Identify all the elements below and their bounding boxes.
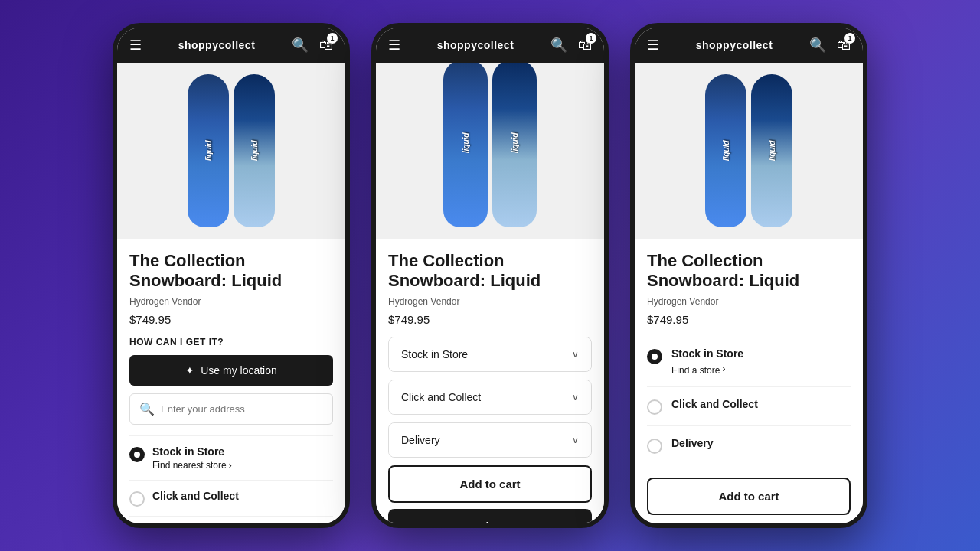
- product-image-mid: liquid liquid: [376, 63, 604, 239]
- search-icon-right[interactable]: 🔍: [809, 37, 826, 54]
- board-2-mid: liquid: [492, 63, 537, 227]
- option-delivery-right: Delivery: [647, 426, 851, 465]
- cart-badge-right: 1: [844, 33, 855, 44]
- radio-collect-right[interactable]: [647, 399, 662, 415]
- use-location-label: Use my location: [201, 364, 277, 377]
- cart-icon-mid[interactable]: 🛍 1: [578, 37, 592, 54]
- product-price-mid: $749.95: [388, 313, 592, 326]
- option-collect-text-right: Click and Collect: [671, 398, 851, 410]
- app-title-mid: shoppycollect: [437, 39, 514, 51]
- find-nearest-store[interactable]: Find nearest store ›: [152, 460, 333, 471]
- chevron-right-icon: ›: [229, 460, 232, 471]
- accordion-stock-header[interactable]: Stock in Store ∨: [389, 337, 591, 371]
- accordion-collect: Click and Collect ∨: [388, 380, 592, 415]
- board-text-right-2: liquid: [767, 141, 776, 161]
- app-container: ☰ shoppycollect 🔍 🛍 1 liquid liquid: [97, 8, 883, 543]
- app-title-right: shoppycollect: [696, 39, 773, 51]
- find-nearest-link[interactable]: Find nearest store: [152, 460, 227, 471]
- navbar-icons-left: 🔍 🛍 1: [292, 37, 333, 54]
- search-address-icon: 🔍: [139, 402, 155, 416]
- product-price-right: $749.95: [647, 313, 851, 326]
- use-location-button[interactable]: ✦ Use my location: [129, 355, 333, 386]
- option-collect-text: Click and Collect: [152, 490, 333, 502]
- option-delivery-left: Delivery: [129, 516, 333, 523]
- snowboard-visual-mid: liquid liquid: [443, 74, 537, 227]
- add-to-cart-button-mid[interactable]: Add to cart: [388, 465, 592, 503]
- navbar-icons-mid: 🔍 🛍 1: [550, 37, 592, 54]
- radio-collect-left[interactable]: [129, 491, 145, 507]
- accordion-delivery-label: Delivery: [401, 434, 440, 446]
- board-1-right: liquid: [705, 74, 746, 227]
- delivery-label-right: Delivery: [671, 437, 851, 449]
- phone-right: ☰ shoppycollect 🔍 🛍 1 liquid liquid: [630, 23, 867, 528]
- accordion-delivery-header[interactable]: Delivery ∨: [389, 423, 591, 457]
- location-icon: ✦: [185, 364, 194, 377]
- collect-label-right: Click and Collect: [671, 398, 851, 410]
- cart-icon-right[interactable]: 🛍 1: [837, 37, 851, 54]
- board-text-mid-2: liquid: [510, 133, 519, 153]
- navbar-middle: ☰ shoppycollect 🔍 🛍 1: [376, 28, 604, 63]
- product-title-right: The Collection Snowboard: Liquid: [647, 251, 851, 292]
- phone-right-content: liquid liquid The Collection Snowboard: …: [635, 63, 863, 523]
- cart-badge-left: 1: [327, 33, 338, 44]
- cart-icon[interactable]: 🛍 1: [319, 37, 333, 54]
- product-image-right: liquid liquid: [635, 63, 863, 239]
- search-icon[interactable]: 🔍: [292, 37, 309, 54]
- snowboard-visual-left: liquid liquid: [188, 74, 275, 227]
- board-1-left: liquid: [188, 74, 229, 227]
- chevron-delivery: ∨: [572, 435, 579, 445]
- find-store-right[interactable]: Find a store ›: [671, 362, 851, 376]
- search-icon-mid[interactable]: 🔍: [550, 37, 567, 54]
- how-label: HOW CAN I GET IT?: [129, 337, 333, 347]
- radio-delivery-right[interactable]: [647, 439, 662, 454]
- phone-middle-content: liquid liquid The Collection Snowboard: …: [376, 63, 604, 523]
- chevron-stock: ∨: [572, 349, 579, 360]
- board-2-left: liquid: [234, 74, 275, 227]
- navbar-left: ☰ shoppycollect 🔍 🛍 1: [117, 28, 345, 63]
- stock-label-right: Stock in Store: [671, 347, 851, 360]
- accordion-collect-label: Click and Collect: [401, 391, 481, 403]
- menu-icon[interactable]: ☰: [129, 37, 142, 54]
- board-2-right: liquid: [751, 74, 792, 227]
- product-price-left: $749.95: [129, 313, 333, 326]
- buy-now-button-mid[interactable]: Buy it now: [388, 509, 592, 523]
- board-text-mid-1: liquid: [461, 133, 470, 153]
- chevron-collect: ∨: [572, 392, 579, 403]
- option-stock-right: Stock in Store Find a store ›: [647, 337, 851, 387]
- product-info-left: The Collection Snowboard: Liquid Hydroge…: [117, 239, 345, 523]
- snowboard-visual-right: liquid liquid: [705, 74, 792, 227]
- navbar-icons-right: 🔍 🛍 1: [809, 37, 851, 54]
- phone-middle: ☰ shoppycollect 🔍 🛍 1 liquid liquid: [371, 23, 609, 528]
- option-stock-text-right: Stock in Store Find a store ›: [671, 347, 851, 376]
- product-info-right: The Collection Snowboard: Liquid Hydroge…: [635, 239, 863, 523]
- address-input-wrap: 🔍: [129, 393, 333, 425]
- option-stock-text: Stock in Store Find nearest store ›: [152, 445, 333, 471]
- app-title-left: shoppycollect: [178, 39, 256, 51]
- board-text-right-1: liquid: [721, 141, 730, 161]
- collect-label-left: Click and Collect: [152, 490, 333, 502]
- product-title-left: The Collection Snowboard: Liquid: [129, 251, 333, 292]
- phone-left: ☰ shoppycollect 🔍 🛍 1 liquid liquid: [113, 23, 350, 528]
- board-text-2: liquid: [250, 141, 259, 161]
- radio-stock-right[interactable]: [647, 349, 662, 364]
- product-info-mid: The Collection Snowboard: Liquid Hydroge…: [376, 239, 604, 523]
- product-vendor-mid: Hydrogen Vendor: [388, 296, 592, 307]
- product-vendor-right: Hydrogen Vendor: [647, 296, 851, 307]
- address-input[interactable]: [161, 403, 323, 415]
- find-store-link-right[interactable]: Find a store: [671, 365, 720, 376]
- cart-badge-mid: 1: [586, 33, 596, 44]
- stock-label-left: Stock in Store: [152, 445, 333, 458]
- product-vendor-left: Hydrogen Vendor: [129, 296, 333, 307]
- accordion-collect-header[interactable]: Click and Collect ∨: [389, 380, 591, 414]
- board-text-1: liquid: [204, 141, 213, 161]
- option-stock-left: Stock in Store Find nearest store ›: [129, 435, 333, 480]
- menu-icon-right[interactable]: ☰: [647, 37, 659, 54]
- menu-icon-mid[interactable]: ☰: [388, 37, 400, 54]
- phone-left-content: liquid liquid The Collection Snowboard: …: [117, 63, 345, 523]
- accordion-stock: Stock in Store ∨: [388, 337, 592, 372]
- accordion-stock-label: Stock in Store: [401, 348, 468, 360]
- add-to-cart-button-right[interactable]: Add to cart: [647, 478, 851, 515]
- navbar-right: ☰ shoppycollect 🔍 🛍 1: [635, 28, 863, 63]
- radio-stock-left[interactable]: [129, 447, 145, 462]
- board-1-mid: liquid: [443, 63, 488, 227]
